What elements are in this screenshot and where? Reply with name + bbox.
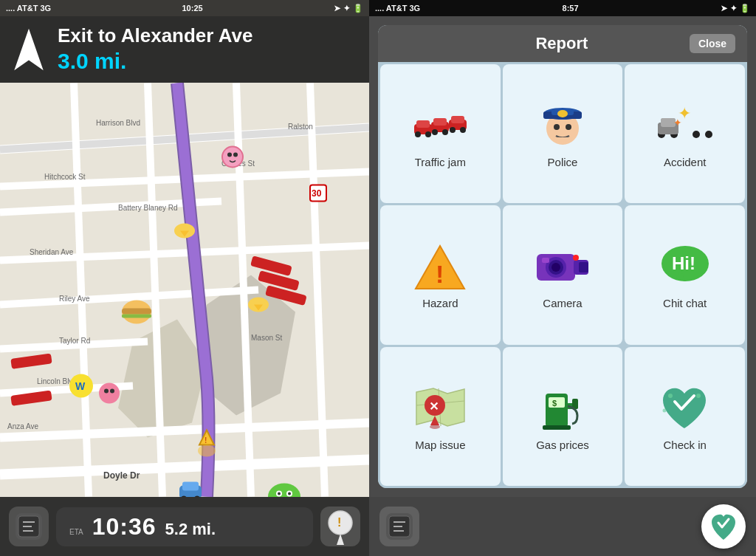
nav-distance: 3.0 mi. — [58, 49, 359, 74]
waze-logo-button-right[interactable] — [379, 507, 419, 546]
svg-text:Battery Blaney Rd: Battery Blaney Rd — [118, 204, 178, 212]
svg-text:!: ! — [205, 436, 207, 445]
status-bar-left: .... AT&T 3G 10:25 ➤ ✦ 🔋 — [0, 0, 369, 16]
traffic-jam-icon — [410, 102, 470, 150]
svg-point-91 — [566, 124, 571, 130]
check-in-label: Check in — [663, 439, 706, 451]
svg-point-90 — [554, 124, 560, 130]
svg-point-46 — [110, 389, 114, 394]
svg-rect-78 — [433, 118, 447, 126]
report-panel: .... AT&T 3G 8:57 ➤ ✦ 🔋 Report Close — [369, 0, 756, 556]
svg-text:$: $ — [552, 399, 557, 408]
svg-text:Mason St: Mason St — [251, 334, 282, 342]
svg-text:✦: ✦ — [673, 117, 682, 128]
svg-text:Sheridan Ave: Sheridan Ave — [30, 248, 74, 256]
svg-text:W: W — [75, 380, 86, 392]
svg-point-111 — [573, 255, 579, 261]
svg-point-129 — [663, 409, 667, 413]
battery-icon: 🔋 — [353, 4, 363, 13]
report-item-hazard[interactable]: ! Hazard — [380, 205, 501, 344]
eta-label: ETA — [69, 528, 83, 536]
svg-point-89 — [557, 110, 568, 117]
svg-marker-72 — [337, 534, 344, 545]
svg-text:!: ! — [436, 260, 444, 288]
checkin-fab-button[interactable] — [701, 504, 746, 549]
report-item-accident[interactable]: ✦ ✦ Accident — [625, 64, 745, 203]
svg-point-45 — [104, 389, 109, 394]
report-item-camera[interactable]: Camera — [503, 205, 623, 344]
check-in-icon — [656, 385, 715, 433]
svg-marker-0 — [14, 29, 43, 71]
svg-text:Doyle Dr: Doyle Dr — [103, 470, 140, 481]
svg-point-58 — [198, 445, 216, 457]
bluetooth-icon: ✦ — [343, 4, 350, 13]
svg-point-50 — [278, 492, 281, 495]
svg-point-98 — [693, 131, 700, 138]
svg-text:Anza Ave: Anza Ave — [7, 422, 39, 430]
report-title: Report — [434, 34, 690, 53]
time-right: 8:57 — [563, 4, 579, 13]
svg-point-38 — [233, 153, 238, 157]
svg-rect-82 — [451, 116, 464, 123]
phone-content: Report Close — [369, 16, 756, 497]
gas-prices-label: Gas prices — [536, 439, 589, 451]
alert-button[interactable]: ! — [320, 507, 360, 546]
map-issue-icon: ✕ — [410, 385, 470, 433]
report-item-police[interactable]: Police — [503, 64, 623, 203]
bluetooth-icon-right: ✦ — [730, 4, 737, 13]
svg-text:Hitchcock St: Hitchcock St — [44, 173, 86, 181]
report-item-gas-prices[interactable]: $ Gas prices — [503, 347, 623, 486]
camera-icon — [533, 243, 592, 291]
map-issue-label: Map issue — [415, 439, 465, 451]
nav-direction-icon — [10, 27, 47, 72]
report-item-check-in[interactable]: Check in — [625, 347, 745, 486]
waze-icon-right — [386, 513, 413, 540]
svg-point-120 — [430, 425, 440, 429]
svg-rect-53 — [182, 482, 199, 491]
accident-icon: ✦ ✦ — [656, 102, 715, 150]
accident-label: Accident — [664, 156, 707, 168]
map-panel: .... AT&T 3G 10:25 ➤ ✦ 🔋 Exit to Alexand… — [0, 0, 369, 556]
svg-point-127 — [668, 394, 673, 398]
svg-rect-108 — [542, 258, 549, 263]
waze-logo-button[interactable] — [9, 507, 49, 546]
status-bar-right: .... AT&T 3G 8:57 ➤ ✦ 🔋 — [369, 0, 756, 16]
svg-text:Ralston: Ralston — [288, 123, 313, 131]
svg-rect-74 — [416, 120, 430, 128]
map-view[interactable]: Harrison Blvd Hitchcock St Cowles St She… — [0, 83, 369, 497]
report-item-chit-chat[interactable]: Hi! Chit chat — [625, 205, 745, 344]
svg-text:!: ! — [337, 516, 341, 529]
bottom-bar-right — [369, 497, 756, 556]
bottom-bar-left: ETA 10:36 5.2 mi. ! — [0, 497, 369, 556]
report-dialog: Report Close — [378, 25, 747, 488]
waze-icon — [16, 513, 42, 540]
nav-header: Exit to Alexander Ave 3.0 mi. — [0, 16, 369, 83]
svg-point-44 — [99, 383, 120, 404]
police-label: Police — [548, 156, 578, 168]
report-item-traffic-jam[interactable]: Traffic jam — [380, 64, 501, 203]
svg-point-107 — [551, 263, 560, 272]
gas-prices-icon: $ — [533, 385, 592, 433]
svg-rect-41 — [122, 315, 151, 318]
time-left: 10:25 — [182, 4, 202, 13]
checkin-fab-icon — [709, 512, 738, 541]
close-button[interactable]: Close — [690, 34, 735, 53]
camera-label: Camera — [543, 297, 582, 309]
svg-text:Hi!: Hi! — [672, 253, 695, 273]
svg-point-128 — [696, 394, 701, 398]
eta-dist: 5.2 mi. — [165, 520, 216, 539]
eta-time: 10:36 — [92, 513, 157, 540]
battery-icon-right: 🔋 — [740, 4, 750, 13]
report-item-map-issue[interactable]: ✕ Map issue — [380, 347, 501, 486]
svg-point-83 — [450, 127, 456, 133]
svg-rect-40 — [122, 309, 151, 315]
svg-text:✕: ✕ — [429, 400, 439, 413]
svg-text:30: 30 — [312, 188, 322, 199]
location-icon: ➤ — [334, 4, 340, 13]
location-icon-right: ➤ — [721, 4, 727, 13]
nav-instruction: Exit to Alexander Ave — [58, 25, 359, 47]
status-icons-left: ➤ ✦ 🔋 — [334, 4, 363, 13]
eta-block: ETA 10:36 5.2 mi. — [56, 507, 313, 546]
police-icon — [533, 102, 592, 150]
svg-text:Harrison Blvd: Harrison Blvd — [96, 119, 140, 127]
